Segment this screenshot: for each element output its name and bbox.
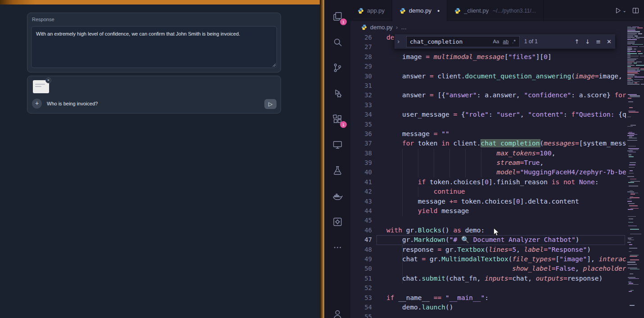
code-lines: 26def chat_fn(multimodal_message):2728 i… xyxy=(350,33,626,318)
line-number: 38 xyxy=(350,149,372,158)
send-button[interactable]: ▷ xyxy=(264,99,277,109)
code-line-32[interactable]: 32 answer = [{"answer": a.answer, "confi… xyxy=(350,91,626,100)
line-number: 50 xyxy=(350,264,372,273)
window-top-accent xyxy=(0,0,320,5)
vscode-window: 11 app.pydemo.py●_client.py~/.../python3… xyxy=(324,0,644,318)
dev-containers-icon[interactable] xyxy=(327,212,347,232)
breadcrumb: demo.py › … xyxy=(350,21,626,33)
line-number: 45 xyxy=(350,216,372,225)
chat-message-text[interactable]: Who is being invoiced? xyxy=(47,101,98,106)
search-icon[interactable] xyxy=(327,32,347,52)
code-line-50[interactable]: 50 show_label=False, placeholder= xyxy=(350,264,626,273)
code-line-44[interactable]: 44 yield message xyxy=(350,206,626,216)
line-content: message = "" xyxy=(386,129,449,139)
line-number: 37 xyxy=(350,139,372,148)
run-python-file-button[interactable]: ⌄ xyxy=(614,7,626,14)
line-content: yield message xyxy=(386,206,469,216)
find-close-button[interactable]: ✕ xyxy=(607,38,612,45)
thumbnail-content xyxy=(35,84,45,85)
line-content: gr.Markdown("# 🔍 Document Analyzer Chatb… xyxy=(386,235,579,245)
code-line-42[interactable]: 42 continue xyxy=(350,187,626,196)
attach-file-button[interactable]: + xyxy=(32,99,42,109)
activity-badge: 1 xyxy=(340,121,347,128)
find-in-selection-button[interactable]: ≡ xyxy=(596,38,601,45)
code-line-29[interactable]: 29 xyxy=(350,62,626,71)
tab-demo.py[interactable]: demo.py● xyxy=(392,0,447,21)
docker-icon[interactable] xyxy=(327,186,347,206)
source-control-icon[interactable] xyxy=(327,58,347,77)
find-actions: ↑ ↓ ≡ ✕ xyxy=(574,38,612,45)
code-line-55[interactable]: 55 xyxy=(350,312,626,318)
code-line-49[interactable]: 49 chat = gr.MultimodalTextbox(file_type… xyxy=(350,254,626,264)
code-line-46[interactable]: 46with gr.Blocks() as demo: xyxy=(350,226,626,235)
code-line-34[interactable]: 34 user_message = {"role": "user", "cont… xyxy=(350,110,626,119)
remote-explorer-icon[interactable] xyxy=(327,135,347,154)
account-icon[interactable] xyxy=(327,304,347,318)
code-line-35[interactable]: 35 xyxy=(350,120,626,129)
line-number: 53 xyxy=(350,293,372,303)
split-editor-button[interactable] xyxy=(632,7,639,14)
find-input[interactable] xyxy=(409,38,490,45)
chat-input-block: × + Who is being invoiced? ▷ xyxy=(27,76,281,114)
line-number: 40 xyxy=(350,168,372,177)
line-content: chat.submit(chat_fn, inputs=chat, output… xyxy=(386,274,603,283)
line-content: image = multimodal_message["files"][0] xyxy=(386,52,552,62)
code-line-39[interactable]: 39 stream=True, xyxy=(350,158,626,168)
tab-label: demo.py xyxy=(409,7,431,14)
line-content: demo.launch() xyxy=(386,303,453,312)
find-previous-button[interactable]: ↑ xyxy=(574,38,579,45)
breadcrumb-file[interactable]: demo.py xyxy=(370,24,393,31)
code-line-51[interactable]: 51 chat.submit(chat_fn, inputs=chat, out… xyxy=(350,274,626,283)
line-content: if token.choices[0].finish_reason is not… xyxy=(386,177,599,187)
line-number: 28 xyxy=(350,52,372,62)
line-number: 42 xyxy=(350,187,372,196)
line-number: 47 xyxy=(350,235,372,245)
code-line-30[interactable]: 30 answer = client.document_question_ans… xyxy=(350,72,626,81)
code-line-52[interactable]: 52 xyxy=(350,283,626,293)
match-case-toggle[interactable]: Aa xyxy=(491,38,500,45)
line-number: 31 xyxy=(350,81,372,91)
run-debug-icon[interactable] xyxy=(327,83,347,103)
extensions-icon[interactable]: 1 xyxy=(327,109,347,129)
find-expand-chevron[interactable]: › xyxy=(397,38,403,45)
remove-attachment-button[interactable]: × xyxy=(45,77,51,83)
regex-toggle[interactable]: .* xyxy=(511,38,517,45)
pane-divider[interactable] xyxy=(320,0,324,318)
more-icon[interactable] xyxy=(327,237,347,257)
line-content: response = gr.Textbox(lines=5, label="Re… xyxy=(386,245,591,254)
code-line-37[interactable]: 37 for token in client.chat_completion(m… xyxy=(350,139,626,148)
code-line-53[interactable]: 53if __name__ == "__main__": xyxy=(350,293,626,303)
run-dropdown-chevron[interactable]: ⌄ xyxy=(623,8,626,13)
code-line-45[interactable]: 45 xyxy=(350,216,626,225)
explorer-icon[interactable]: 1 xyxy=(327,6,347,26)
play-icon xyxy=(614,7,622,14)
tab-label: app.py xyxy=(367,7,385,14)
breadcrumb-more[interactable]: … xyxy=(401,24,407,31)
minimap[interactable] xyxy=(626,23,644,318)
tab-_client.py[interactable]: _client.py~/.../python3.11/... xyxy=(447,0,543,21)
line-content: with gr.Blocks() as demo: xyxy=(386,226,485,235)
code-line-48[interactable]: 48 response = gr.Textbox(lines=5, label=… xyxy=(350,245,626,254)
code-line-28[interactable]: 28 image = multimodal_message["files"][0… xyxy=(350,52,626,62)
code-line-43[interactable]: 43 message += token.choices[0].delta.con… xyxy=(350,197,626,206)
testing-icon[interactable] xyxy=(327,160,347,180)
line-content: show_label=False, placeholder= xyxy=(386,264,626,273)
code-line-36[interactable]: 36 message = "" xyxy=(350,129,626,139)
tab-app.py[interactable]: app.py xyxy=(350,0,392,21)
find-next-button[interactable]: ↓ xyxy=(585,38,590,45)
code-line-38[interactable]: 38 max_tokens=100, xyxy=(350,149,626,158)
line-number: 39 xyxy=(350,158,372,168)
code-line-54[interactable]: 54 demo.launch() xyxy=(350,303,626,312)
whole-word-toggle[interactable]: ab xyxy=(502,38,510,45)
code-editor[interactable]: 26def chat_fn(multimodal_message):2728 i… xyxy=(350,33,626,318)
line-number: 54 xyxy=(350,303,372,312)
code-line-31[interactable]: 31 xyxy=(350,81,626,91)
code-line-47[interactable]: 47 gr.Markdown("# 🔍 Document Analyzer Ch… xyxy=(350,235,626,245)
code-line-41[interactable]: 41 if token.choices[0].finish_reason is … xyxy=(350,177,626,187)
line-number: 36 xyxy=(350,129,372,139)
response-textarea[interactable]: With an extremely high level of confiden… xyxy=(31,26,277,68)
code-line-33[interactable]: 33 xyxy=(350,100,626,110)
code-line-40[interactable]: 40 model="HuggingFaceH4/zephyr-7b-beta xyxy=(350,168,626,177)
line-content: model="HuggingFaceH4/zephyr-7b-beta xyxy=(386,168,626,177)
tab-label: _client.py xyxy=(464,7,489,14)
